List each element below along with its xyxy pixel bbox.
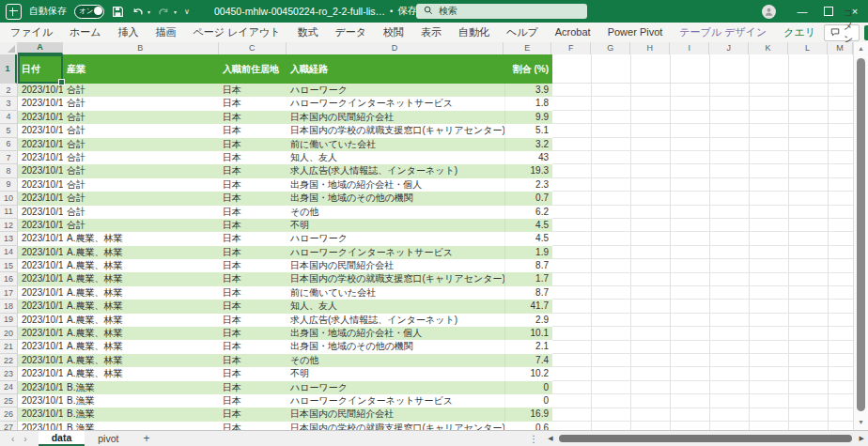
- cell-route[interactable]: ハローワーク: [287, 84, 504, 97]
- select-all-corner[interactable]: [0, 42, 18, 54]
- cell-residence[interactable]: 日本: [219, 354, 287, 367]
- row-header-22[interactable]: 22: [0, 354, 17, 367]
- scroll-right-icon[interactable]: ▶: [860, 435, 864, 442]
- cell-pct[interactable]: 0: [504, 394, 552, 408]
- sheet-tab-data[interactable]: data: [39, 431, 85, 446]
- cell-date[interactable]: 2023/10/1: [18, 84, 63, 97]
- cell-residence[interactable]: 日本: [219, 408, 287, 421]
- column-header-E[interactable]: E: [504, 42, 551, 54]
- cell-route[interactable]: 求人広告(求人情報誌、インターネット): [287, 314, 504, 327]
- cell-industry[interactable]: A.農業、林業: [63, 314, 219, 327]
- save-icon[interactable]: [112, 6, 124, 18]
- ribbon-tab[interactable]: テーブル デザイン: [671, 23, 775, 42]
- search-input[interactable]: 検索: [416, 4, 587, 19]
- cell-date[interactable]: 2023/10/1: [18, 151, 63, 164]
- cell-pct[interactable]: 2.3: [504, 178, 552, 192]
- column-header-C[interactable]: C: [219, 42, 287, 54]
- cell-route[interactable]: 不明: [287, 367, 504, 380]
- cell-industry[interactable]: A.農業、林業: [63, 354, 219, 367]
- cell-pct[interactable]: 7.4: [504, 354, 552, 367]
- cell-industry[interactable]: A.農業、林業: [63, 300, 219, 313]
- ribbon-tab[interactable]: データ: [326, 23, 375, 42]
- restore-button[interactable]: [815, 0, 842, 23]
- cell-date[interactable]: 2023/10/1: [18, 354, 63, 367]
- column-header-M[interactable]: M: [828, 42, 853, 54]
- cell-residence[interactable]: 日本: [219, 219, 287, 232]
- cell-route[interactable]: 知人、友人: [287, 151, 504, 164]
- cell-industry[interactable]: B.漁業: [63, 422, 219, 430]
- row-header-14[interactable]: 14: [0, 246, 17, 259]
- ribbon-tab[interactable]: 挿入: [110, 23, 147, 42]
- cell-pct[interactable]: 0.7: [504, 192, 552, 205]
- cell-industry[interactable]: A.農業、林業: [63, 286, 219, 300]
- sheet-tab-pivot[interactable]: pivot: [85, 431, 132, 446]
- cell-pct[interactable]: 5.1: [504, 124, 552, 137]
- cell-route[interactable]: 知人、友人: [287, 300, 504, 313]
- cell-date[interactable]: 2023/10/1: [18, 286, 63, 300]
- cell-route[interactable]: ハローワークインターネットサービス: [287, 246, 504, 259]
- cell-route[interactable]: 日本国内の学校の就職支援窓口(キャリアセンター): [287, 124, 504, 137]
- cell-pct[interactable]: 4.5: [504, 232, 552, 245]
- cell-residence[interactable]: 日本: [219, 381, 287, 394]
- ribbon-tab[interactable]: ファイル: [2, 23, 61, 42]
- cell-date[interactable]: 2023/10/1: [18, 408, 63, 421]
- cell-industry[interactable]: A.農業、林業: [63, 272, 219, 285]
- cell-residence[interactable]: 日本: [219, 151, 287, 164]
- share-button[interactable]: 共有 ▾: [864, 25, 868, 40]
- prev-sheet-icon[interactable]: ‹: [11, 434, 14, 444]
- row-header-3[interactable]: 3: [0, 97, 17, 110]
- cell-residence[interactable]: 日本: [219, 178, 287, 192]
- row-header-11[interactable]: 11: [0, 206, 17, 219]
- row-header-24[interactable]: 24: [0, 381, 17, 394]
- row-header-15[interactable]: 15: [0, 259, 17, 272]
- cell-date[interactable]: 2023/10/1: [18, 124, 63, 137]
- ribbon-tab[interactable]: クエリ: [775, 23, 824, 42]
- cell-pct[interactable]: 3.2: [504, 138, 552, 151]
- row-header-9[interactable]: 9: [0, 178, 17, 192]
- column-header-K[interactable]: K: [749, 42, 788, 54]
- table-column-header[interactable]: 入職経路: [287, 54, 504, 84]
- cell-industry[interactable]: 合計: [63, 151, 219, 164]
- cell-date[interactable]: 2023/10/1: [18, 178, 63, 192]
- cell-pct[interactable]: 3.9: [504, 84, 552, 97]
- cell-pct[interactable]: 10.1: [504, 327, 552, 340]
- cell-industry[interactable]: A.農業、林業: [63, 232, 219, 245]
- cell-residence[interactable]: 日本: [219, 394, 287, 408]
- row-header-1[interactable]: 1: [0, 54, 17, 84]
- cell-industry[interactable]: 合計: [63, 124, 219, 137]
- cell-pct[interactable]: 1.7: [504, 272, 552, 285]
- cell-route[interactable]: 出身国・地域のその他の機関: [287, 192, 504, 205]
- cell-date[interactable]: 2023/10/1: [18, 259, 63, 272]
- cell-route[interactable]: 求人広告(求人情報誌、インターネット): [287, 164, 504, 177]
- column-header-L[interactable]: L: [788, 42, 828, 54]
- table-column-header[interactable]: 入職前住居地: [219, 54, 287, 84]
- cell-pct[interactable]: 9.9: [504, 111, 552, 124]
- row-header-8[interactable]: 8: [0, 164, 17, 177]
- cell-industry[interactable]: A.農業、林業: [63, 340, 219, 353]
- table-column-header[interactable]: 産業: [63, 54, 219, 84]
- column-header-H[interactable]: H: [630, 42, 670, 54]
- cell-route[interactable]: ハローワーク: [287, 232, 504, 245]
- cell-date[interactable]: 2023/10/1: [18, 138, 63, 151]
- column-header-B[interactable]: B: [63, 42, 219, 54]
- cell-pct[interactable]: 2.1: [504, 340, 552, 353]
- account-avatar[interactable]: [762, 5, 776, 19]
- column-header-F[interactable]: F: [551, 42, 591, 54]
- tabbar-splitter-icon[interactable]: ⋮: [529, 434, 538, 444]
- cell-route[interactable]: 出身国・地域の紹介会社・個人: [287, 178, 504, 192]
- cell-pct[interactable]: 0.6: [504, 422, 552, 430]
- cell-pct[interactable]: 8.7: [504, 259, 552, 272]
- cell-pct[interactable]: 4.5: [504, 219, 552, 232]
- cell-industry[interactable]: A.農業、林業: [63, 367, 219, 380]
- add-sheet-button[interactable]: +: [132, 431, 161, 446]
- cell-industry[interactable]: 合計: [63, 178, 219, 192]
- scroll-up-icon[interactable]: ▲: [854, 42, 868, 54]
- row-header-12[interactable]: 12: [0, 219, 17, 232]
- cell-industry[interactable]: A.農業、林業: [63, 246, 219, 259]
- cell-route[interactable]: 前に働いていた会社: [287, 138, 504, 151]
- cell-residence[interactable]: 日本: [219, 97, 287, 110]
- row-header-2[interactable]: 2: [0, 84, 17, 97]
- minimize-button[interactable]: —: [789, 0, 815, 23]
- cell-route[interactable]: その他: [287, 354, 504, 367]
- cell-residence[interactable]: 日本: [219, 340, 287, 353]
